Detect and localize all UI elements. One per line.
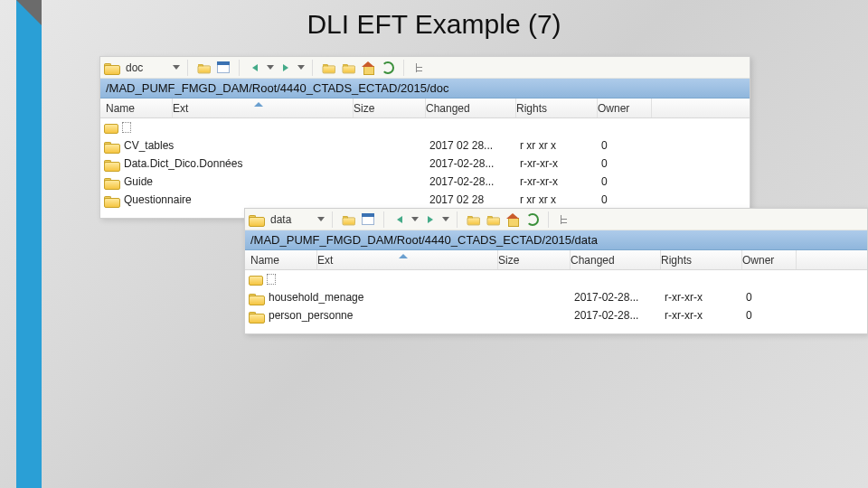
file-rights: r xr xr x — [520, 139, 601, 152]
selection-placeholder-icon — [122, 122, 131, 133]
nav-back-history-icon[interactable] — [267, 65, 274, 70]
nav-back-button[interactable] — [392, 211, 408, 228]
path-text: /MAD_PUMF_FMGD_DAM/Root/4440_CTADS_ECTAD… — [106, 81, 449, 95]
toolbar-separator — [548, 211, 549, 228]
parent-dir-row[interactable] — [245, 270, 867, 288]
list-item[interactable]: household_menage 2017-02-28... r-xr-xr-x… — [245, 288, 867, 306]
root-folder-button[interactable] — [485, 211, 501, 228]
refresh-icon — [526, 213, 539, 226]
tree-icon — [413, 61, 426, 74]
refresh-button[interactable] — [380, 60, 396, 76]
file-owner: 0 — [746, 309, 800, 322]
sort-asc-icon — [399, 254, 408, 258]
nav-back-history-icon[interactable] — [411, 217, 419, 221]
refresh-icon — [382, 61, 394, 74]
folder-icon — [343, 62, 354, 71]
slide-title: DLI EFT Example (7) — [0, 9, 868, 40]
sort-asc-icon — [254, 102, 263, 107]
parent-dir-row[interactable] — [100, 118, 750, 136]
parent-folder-button[interactable] — [320, 60, 336, 76]
folder-icon — [249, 213, 263, 225]
arrow-right-icon — [428, 216, 433, 223]
tree-view-button[interactable] — [556, 211, 572, 228]
file-name: Data.Dict_Dico.Données — [124, 157, 242, 170]
home-icon — [362, 61, 374, 73]
toolbar-separator — [312, 60, 313, 76]
file-browser-doc: doc /MAD_PUMF_FMGD_DAM/Root/4440_CTADS_E… — [99, 56, 750, 219]
file-browser-data: data /MAD_PUMF_FMGD_DAM/Root/4440_CTADS_… — [244, 208, 868, 334]
file-changed: 2017 02 28 — [429, 193, 520, 206]
header-rights[interactable]: Rights — [516, 99, 598, 117]
file-owner: 0 — [601, 157, 656, 170]
header-name[interactable]: Name — [100, 99, 173, 117]
current-dir-label: doc — [122, 61, 169, 74]
open-folder-button[interactable] — [340, 211, 356, 228]
folder-icon — [467, 214, 479, 223]
file-rights: r-xr-xr-x — [665, 291, 746, 304]
up-folder-icon — [104, 122, 117, 133]
list-item[interactable]: Data.Dict_Dico.Données 2017-02-28... r-x… — [100, 155, 750, 173]
folder-icon — [323, 62, 335, 71]
header-name[interactable]: Name — [245, 250, 317, 269]
open-folder-icon — [198, 62, 210, 71]
parent-folder-button[interactable] — [465, 211, 481, 228]
list-item[interactable]: person_personne 2017-02-28... r-xr-xr-x … — [245, 306, 867, 324]
toolbar-separator — [187, 60, 188, 76]
dir-dropdown-icon[interactable] — [317, 217, 325, 221]
file-changed: 2017-02-28... — [429, 157, 520, 170]
nav-forward-history-icon[interactable] — [297, 65, 305, 70]
filter-icon — [362, 213, 374, 225]
header-owner[interactable]: Owner — [742, 250, 797, 269]
root-folder-button[interactable] — [340, 60, 356, 76]
filter-button[interactable] — [215, 60, 231, 76]
home-icon — [506, 213, 519, 225]
arrow-left-icon — [397, 216, 402, 223]
nav-back-button[interactable] — [247, 60, 263, 76]
list-item[interactable]: CV_tables 2017 02 28... r xr xr x 0 — [100, 136, 750, 155]
open-folder-button[interactable] — [195, 60, 212, 76]
header-rights[interactable]: Rights — [661, 250, 742, 269]
file-list: household_menage 2017-02-28... r-xr-xr-x… — [245, 270, 867, 324]
toolbar: data — [245, 209, 867, 230]
column-headers: Name Ext Size Changed Rights Owner — [245, 250, 867, 270]
tree-view-button[interactable] — [411, 60, 428, 76]
header-size[interactable]: Size — [354, 99, 426, 117]
header-changed[interactable]: Changed — [426, 99, 516, 117]
folder-icon — [104, 194, 118, 206]
file-list: CV_tables 2017 02 28... r xr xr x 0 Data… — [100, 118, 750, 209]
up-folder-icon — [249, 274, 261, 285]
path-bar[interactable]: /MAD_PUMF_FMGD_DAM/Root/4440_CTADS_ECTAD… — [100, 79, 750, 99]
open-folder-icon — [343, 214, 354, 223]
toolbar-separator — [383, 211, 384, 228]
filter-button[interactable] — [360, 211, 376, 228]
file-owner: 0 — [601, 175, 656, 188]
file-name: household_menage — [269, 291, 363, 304]
header-changed[interactable]: Changed — [571, 250, 661, 269]
nav-forward-button[interactable] — [422, 211, 439, 228]
folder-icon — [104, 158, 118, 170]
arrow-left-icon — [252, 64, 258, 71]
file-name: person_personne — [269, 309, 353, 322]
home-button[interactable] — [505, 211, 521, 228]
list-item[interactable]: Guide 2017-02-28... r-xr-xr-x 0 — [100, 173, 750, 191]
toolbar-separator — [403, 60, 404, 76]
header-size[interactable]: Size — [498, 250, 571, 269]
header-owner[interactable]: Owner — [598, 99, 652, 117]
file-name: CV_tables — [124, 139, 174, 152]
file-rights: r-xr-xr-x — [520, 157, 601, 170]
dir-dropdown-icon[interactable] — [173, 65, 180, 70]
file-rights: r-xr-xr-x — [665, 309, 746, 322]
list-item[interactable]: Questionnaire 2017 02 28 r xr xr x 0 — [100, 191, 750, 209]
filter-icon — [217, 61, 230, 73]
header-ext[interactable]: Ext — [173, 99, 354, 117]
nav-forward-history-icon[interactable] — [442, 217, 449, 221]
file-owner: 0 — [601, 139, 656, 152]
home-button[interactable] — [360, 60, 376, 76]
file-changed: 2017-02-28... — [574, 309, 665, 322]
folder-icon — [249, 310, 263, 322]
refresh-button[interactable] — [524, 211, 541, 228]
path-bar[interactable]: /MAD_PUMF_FMGD_DAM/Root/4440_CTADS_ECTAD… — [245, 230, 867, 250]
header-ext[interactable]: Ext — [317, 250, 498, 269]
folder-icon — [104, 140, 118, 152]
nav-forward-button[interactable] — [278, 60, 294, 76]
